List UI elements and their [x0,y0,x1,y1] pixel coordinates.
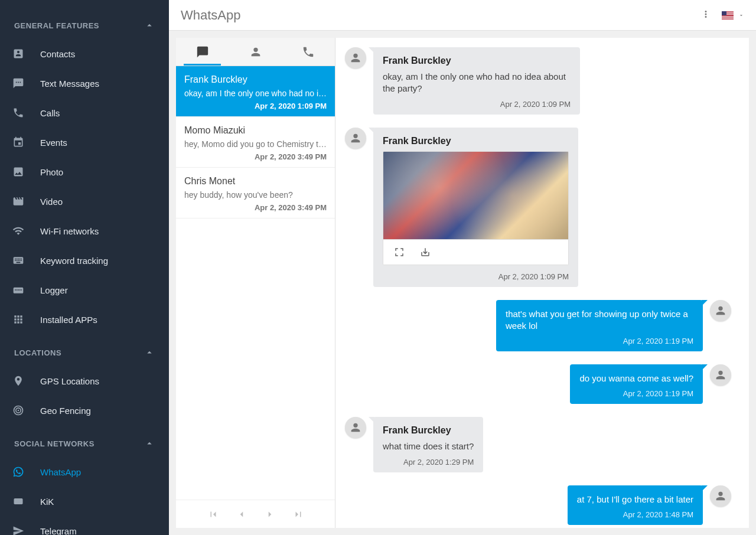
message-image[interactable] [383,151,569,240]
sidebar-item-label: Text Messages [40,79,99,89]
page-last[interactable] [293,509,304,520]
geofence-icon [12,404,25,417]
section-title: SOCIAL NETWORKS [14,439,94,448]
message-row: do you wanna come as well? Apr 2, 2020 1… [345,364,731,404]
sidebar-item-label: KiK [40,497,54,507]
conversation-list: Frank Burckley okay, am I the only one w… [176,38,335,528]
message-sender: Frank Burckley [383,56,571,66]
message-time: Apr 2, 2020 1:29 PM [383,458,474,467]
chevron-up-icon [144,438,155,449]
contacts-icon [12,47,25,60]
sidebar-item-label: Photo [40,167,63,177]
sidebar-item-kik[interactable]: KiK [0,487,169,516]
sidebar-item-telegram[interactable]: Telegram [0,516,169,535]
main-content: WhatsApp Frank Burckley okay, am I the o… [169,0,756,535]
sidebar-item-label: Telegram [40,526,77,536]
page-title: WhatsApp [181,8,241,23]
chat-thread: Frank Burckley okay, am I the only one w… [335,38,749,528]
tab-calls[interactable] [282,38,335,66]
message-text: what time does it start? [383,441,474,452]
sidebar-item-label: Events [40,138,67,148]
call-icon [12,106,25,119]
sidebar-item-label: Installed APPs [40,315,97,325]
message-text: okay, am I the only one who had no idea … [383,71,571,95]
sidebar-item-whatsapp[interactable]: WhatsApp [0,457,169,487]
page-next[interactable] [265,509,275,520]
sidebar-item-photo[interactable]: Photo [0,157,169,187]
message-time: Apr 2, 2020 1:19 PM [506,337,693,345]
sidebar-item-logger[interactable]: Logger [0,275,169,305]
tab-contacts[interactable] [229,38,282,66]
conversation-item[interactable]: Chris Monet hey buddy, how you've been? … [176,168,335,218]
pagination [176,500,335,528]
sidebar-item-label: Calls [40,108,60,118]
apps-icon [12,313,25,326]
svg-point-2 [18,410,19,412]
message-text: that's what you get for showing up only … [506,308,693,332]
message-row: Frank Burckley okay, am I the only one w… [345,47,731,115]
message-time: Apr 2, 2020 1:09 PM [383,100,571,109]
sidebar-item-events[interactable]: Events [0,128,169,157]
conversation-name: Chris Monet [184,176,327,187]
topbar: WhatsApp [169,0,756,31]
avatar [345,47,366,68]
sidebar-item-label: Video [40,197,63,207]
avatar [710,300,731,321]
svg-rect-3 [14,498,23,504]
sidebar-item-keyword[interactable]: Keyword tracking [0,246,169,275]
conversation-item[interactable]: Momo Miazuki hey, Momo did you go to Che… [176,117,335,168]
conversation-name: Momo Miazuki [184,125,327,136]
tab-chats[interactable] [176,38,229,66]
conversation-time: Apr 2, 2020 3:49 PM [184,203,327,212]
sidebar-item-video[interactable]: Video [0,187,169,216]
sidebar-item-calls[interactable]: Calls [0,98,169,128]
message-sender: Frank Burckley [383,136,569,146]
chevron-up-icon [144,20,155,31]
conversation-preview: hey buddy, how you've been? [184,190,327,200]
message-bubble: at 7, but I'll go there a bit later Apr … [568,485,703,525]
message-row: Frank Burckley what time does it start? … [345,417,731,472]
sidebar-item-label: WhatsApp [40,467,81,477]
sidebar-item-contacts[interactable]: Contacts [0,39,169,68]
message-sender: Frank Burckley [383,425,474,436]
message-time: Apr 2, 2020 1:19 PM [579,389,693,398]
sidebar-section-general[interactable]: GENERAL FEATURES [0,12,169,39]
sidebar-item-label: Wi-Fi networks [40,226,99,236]
conversation-time: Apr 2, 2020 1:09 PM [184,102,327,110]
sidebar-section-social[interactable]: SOCIAL NETWORKS [0,430,169,457]
whatsapp-icon [12,465,25,478]
gps-icon [12,374,25,387]
language-selector[interactable] [722,11,744,19]
section-title: LOCATIONS [14,348,61,357]
telegram-icon [12,524,25,535]
chevron-up-icon [144,347,155,358]
more-icon[interactable] [700,9,711,22]
sidebar-item-gps[interactable]: GPS Locations [0,366,169,396]
sidebar-item-text-messages[interactable]: Text Messages [0,68,169,98]
sidebar-item-geofence[interactable]: Geo Fencing [0,396,169,425]
avatar [710,485,731,507]
message-text: do you wanna come as well? [579,373,693,384]
page-prev[interactable] [236,509,247,520]
kik-icon [12,495,25,508]
download-icon[interactable] [420,247,431,257]
message-bubble: Frank Burckley what time does it start? … [373,417,483,472]
sidebar-item-apps[interactable]: Installed APPs [0,305,169,334]
conversation-preview: okay, am I the only one who had no ide… [184,89,327,98]
sms-icon [12,77,25,90]
conversation-name: Frank Burckley [184,74,327,85]
sidebar-section-locations[interactable]: LOCATIONS [0,339,169,366]
conversation-item[interactable]: Frank Burckley okay, am I the only one w… [176,66,335,117]
conversation-time: Apr 2, 2020 3:49 PM [184,152,327,161]
avatar [345,128,366,149]
sidebar: GENERAL FEATURES Contacts Text Messages … [0,0,169,535]
image-actions [383,240,569,265]
conversation-preview: hey, Momo did you go to Chemistry to… [184,139,327,149]
page-first[interactable] [208,509,219,520]
keyboard-icon [12,254,25,267]
conversation-tabs [176,38,335,66]
sidebar-item-label: Contacts [40,49,75,59]
expand-icon[interactable] [394,247,405,257]
sidebar-item-wifi[interactable]: Wi-Fi networks [0,216,169,246]
message-bubble: that's what you get for showing up only … [496,300,703,352]
